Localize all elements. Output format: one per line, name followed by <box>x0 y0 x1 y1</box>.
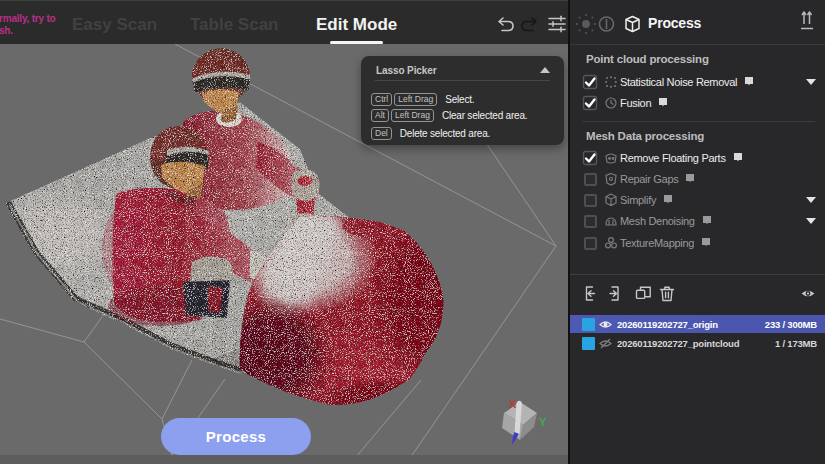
svg-text:X: X <box>509 398 517 410</box>
svg-text:Y: Y <box>539 416 547 428</box>
